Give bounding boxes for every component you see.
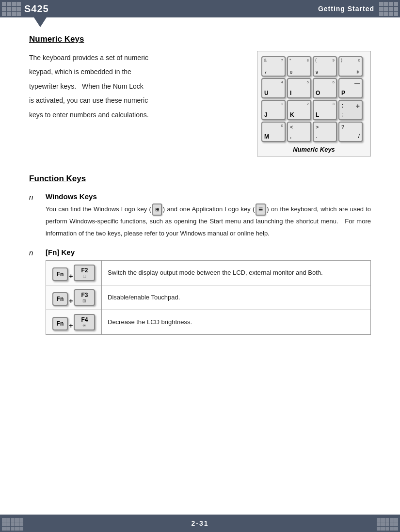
table-row: Fn + F2 □ Switch the display output mode… — [46, 261, 371, 285]
header-subtitle: Getting Started — [318, 5, 374, 13]
windows-logo-icon: ⊞ — [152, 203, 162, 216]
key-semicolon: : ; + — [338, 100, 363, 120]
key-7: & 7 7 — [261, 56, 286, 77]
function-keys-section: Function Keys n Windows Keys You can fin… — [29, 174, 371, 335]
fn-f4-key: F4 ✳ — [74, 314, 95, 330]
fn-key-bullet: n — [29, 249, 38, 257]
numeric-keys-text: The keyboard provides a set of numeric k… — [29, 51, 245, 122]
fn-f4-combo: Fn + F4 ✳ — [52, 314, 96, 330]
fn-key-box-2: Fn — [52, 292, 68, 306]
key-l: 3 L — [313, 100, 337, 120]
key-8: * 8 8 — [287, 56, 311, 77]
app-logo-icon: ☰ — [256, 203, 266, 216]
header-title: S425 — [24, 3, 49, 15]
function-keys-title: Function Keys — [29, 174, 371, 184]
fn-key-heading: [Fn] Key — [46, 248, 371, 256]
key-p: P — — [338, 78, 363, 98]
key-m: 0 M — [261, 122, 286, 142]
fn-f2-desc: Switch the display output mode between t… — [102, 261, 371, 285]
numeric-keys-section: Numeric Keys The keyboard provides a set… — [29, 34, 371, 156]
fn-f2-combo: Fn + F2 □ — [52, 265, 96, 281]
numeric-keys-image: & 7 7 * 8 8 ( 9 9 — [257, 51, 371, 156]
key-k: 2 K — [287, 100, 311, 120]
key-slash: ? / — [338, 122, 363, 142]
key-0: ) 0 ✳ — [338, 56, 363, 77]
fn-f3-combo: Fn + F3 ⊞ — [52, 289, 96, 306]
key-o: 6 O — [313, 78, 337, 98]
numeric-keys-title: Numeric Keys — [29, 34, 371, 44]
key-period: > . — [313, 122, 337, 142]
windows-keys-heading: Windows Keys — [46, 192, 371, 201]
fn-f3-desc: Disable/enable Touchpad. — [102, 285, 371, 310]
key-u: 4 U — [261, 78, 286, 98]
fn-f3-key: F3 ⊞ — [74, 289, 95, 306]
key-9: ( 9 9 — [313, 56, 337, 77]
key-j: 1 J _ — [261, 100, 286, 120]
fn-f4-desc: Decrease the LCD brightness. — [102, 310, 371, 335]
table-row: Fn + F4 ✳ Decrease the LCD brightness. — [46, 310, 371, 335]
table-row: Fn + F3 ⊞ Disable/enable Touchpad. — [46, 285, 371, 310]
key-comma: < , — [287, 122, 311, 142]
fn-f2-key: F2 □ — [74, 265, 95, 281]
numeric-keys-caption: Numeric Keys — [261, 146, 367, 153]
key-i: 5 I — [287, 78, 311, 98]
footer-page: 2-31 — [191, 519, 208, 527]
windows-keys-bullet: n — [29, 193, 38, 201]
fn-key-box-3: Fn — [52, 317, 68, 330]
fn-key-box: Fn — [52, 267, 68, 281]
fn-key-table: Fn + F2 □ Switch the display output mode… — [46, 260, 371, 335]
windows-keys-text: You can find the Windows Logo key (⊞) an… — [46, 203, 371, 239]
